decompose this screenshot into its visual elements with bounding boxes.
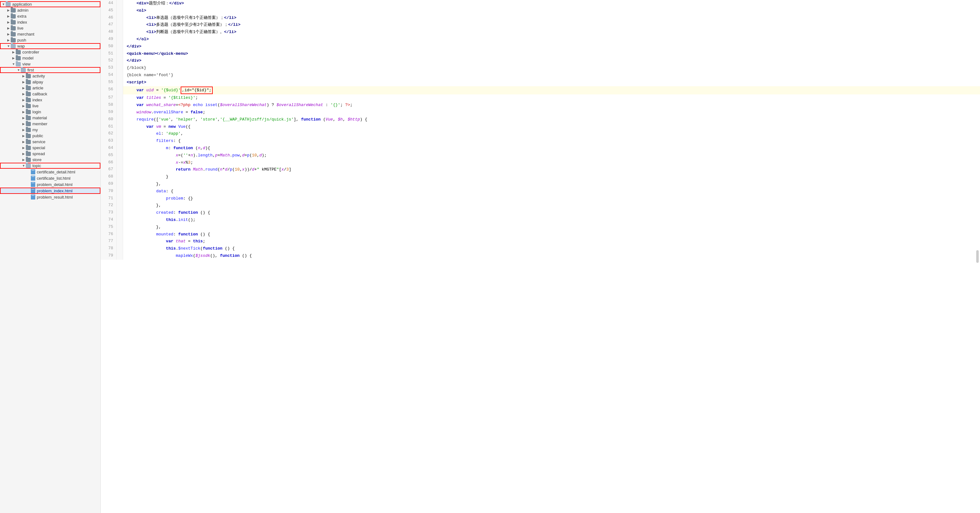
code-line-45: 45 <ol> xyxy=(101,7,980,14)
code-content-44[interactable]: <div>题型介绍：</div> xyxy=(123,0,980,7)
tree-item-view[interactable]: view xyxy=(0,61,100,67)
tree-arrow-merchant xyxy=(6,32,11,36)
tree-item-push[interactable]: push xyxy=(0,37,100,43)
code-content-48[interactable]: <li>判断题（选项中只有1个正确答案）。</li> xyxy=(123,29,980,36)
tree-item-problem_result[interactable]: problem_result.html xyxy=(0,194,100,200)
tree-arrow-topic xyxy=(21,164,26,167)
gutter-51 xyxy=(116,50,123,57)
code-content-63[interactable]: filters: { xyxy=(123,137,980,145)
tree-item-controller[interactable]: controller xyxy=(0,49,100,55)
line-number-76: 76 xyxy=(101,231,116,238)
line-number-64: 64 xyxy=(101,145,116,152)
gutter-78 xyxy=(116,245,123,252)
line-number-52: 52 xyxy=(101,57,116,65)
tree-item-model[interactable]: model xyxy=(0,55,100,61)
code-content-54[interactable]: {block name='foot'} xyxy=(123,72,980,79)
tree-arrow-model xyxy=(11,56,16,60)
code-content-53[interactable]: {/block} xyxy=(123,65,980,72)
code-content-77[interactable]: var that = this; xyxy=(123,238,980,245)
tree-item-special[interactable]: special xyxy=(0,145,100,151)
tree-arrow-live xyxy=(6,26,11,30)
tree-item-first[interactable]: first xyxy=(0,67,100,73)
folder-icon-push xyxy=(11,38,16,43)
code-content-69[interactable]: }, xyxy=(123,181,980,188)
code-content-60[interactable]: require(['vue', 'helper', 'store','{__WA… xyxy=(123,116,980,123)
tree-item-alipay[interactable]: alipay xyxy=(0,79,100,85)
folder-icon-my xyxy=(26,128,31,132)
tree-label-first: first xyxy=(27,68,34,72)
tree-item-wap[interactable]: wap xyxy=(0,43,100,49)
tree-item-activity[interactable]: activity xyxy=(0,73,100,79)
tree-item-article[interactable]: article xyxy=(0,85,100,91)
code-content-46[interactable]: <li>单选题（选项中只有1个正确答案）；</li> xyxy=(123,14,980,22)
tree-item-admin[interactable]: admin xyxy=(0,7,100,13)
gutter-73 xyxy=(116,209,123,217)
tree-item-index2[interactable]: index xyxy=(0,97,100,103)
code-content-58[interactable]: var wechat_share=<?php echo isset($overa… xyxy=(123,102,980,109)
scrollbar[interactable] xyxy=(976,250,979,263)
line-number-49: 49 xyxy=(101,36,116,43)
code-content-71[interactable]: problem: {} xyxy=(123,195,980,202)
code-line-62: 62 el: '#app', xyxy=(101,130,980,137)
tree-item-problem_detail[interactable]: problem_detail.html xyxy=(0,181,100,188)
tree-item-live2[interactable]: live xyxy=(0,103,100,109)
code-content-52[interactable]: </div> xyxy=(123,57,980,65)
code-content-65[interactable]: x=(''+n).length,p=Math.pow,d=p(10,d); xyxy=(123,152,980,159)
tree-item-certificate_list[interactable]: certificate_list.html xyxy=(0,175,100,181)
tree-item-problem_index[interactable]: problem_index.html xyxy=(0,188,100,194)
folder-icon-special xyxy=(26,146,31,150)
code-content-56[interactable]: var uid = '{$uid}',id="{$id}"; xyxy=(123,86,980,95)
tree-label-login: login xyxy=(32,110,41,114)
tree-item-extra[interactable]: extra xyxy=(0,13,100,19)
code-content-70[interactable]: data: { xyxy=(123,188,980,195)
tree-item-login[interactable]: login xyxy=(0,109,100,115)
code-content-47[interactable]: <li>多选题（选项中至少有2个正确答案）；</li> xyxy=(123,21,980,29)
code-content-59[interactable]: window.overallShare = false; xyxy=(123,109,980,116)
tree-label-spread: spread xyxy=(32,151,45,156)
code-content-73[interactable]: created: function () { xyxy=(123,209,980,217)
code-line-53: 53{/block} xyxy=(101,65,980,72)
code-line-67: 67 return Math.round(n*d/p(10,x))/d+" kM… xyxy=(101,166,980,174)
code-editor[interactable]: 44 <div>题型介绍：</div>45 <ol>46 <li>单选题（选项中… xyxy=(101,0,980,513)
folder-icon-index2 xyxy=(26,98,31,102)
code-content-67[interactable]: return Math.round(n*d/p(10,x))/d+" kMGTP… xyxy=(123,166,980,174)
tree-item-material[interactable]: material xyxy=(0,115,100,121)
tree-item-index[interactable]: index xyxy=(0,19,100,25)
code-content-76[interactable]: mounted: function () { xyxy=(123,231,980,238)
tree-item-topic[interactable]: topic xyxy=(0,163,100,169)
line-number-48: 48 xyxy=(101,29,116,36)
code-content-57[interactable]: var titles = '{$titles}'; xyxy=(123,94,980,102)
tree-item-service[interactable]: service xyxy=(0,139,100,145)
code-content-72[interactable]: }, xyxy=(123,202,980,209)
line-number-78: 78 xyxy=(101,245,116,252)
tree-item-member[interactable]: member xyxy=(0,121,100,127)
tree-item-callback[interactable]: callback xyxy=(0,91,100,97)
code-content-55[interactable]: <script> xyxy=(123,79,980,86)
code-content-62[interactable]: el: '#app', xyxy=(123,130,980,137)
tree-item-application[interactable]: application xyxy=(0,1,100,7)
tree-item-live[interactable]: live xyxy=(0,25,100,31)
code-content-51[interactable]: <quick-menu></quick-menu> xyxy=(123,50,980,57)
code-content-78[interactable]: this.$nextTick(function () { xyxy=(123,245,980,252)
tree-arrow-service xyxy=(21,140,26,143)
code-content-75[interactable]: }, xyxy=(123,224,980,231)
code-content-66[interactable]: x-=x%3; xyxy=(123,159,980,166)
tree-item-spread[interactable]: spread xyxy=(0,151,100,157)
folder-icon-activity xyxy=(26,74,31,78)
tree-item-public[interactable]: public xyxy=(0,133,100,139)
tree-arrow-store xyxy=(21,158,26,161)
code-content-64[interactable]: m: function (n,d){ xyxy=(123,145,980,152)
tree-label-material: material xyxy=(32,116,47,120)
tree-item-merchant[interactable]: merchant xyxy=(0,31,100,37)
code-content-68[interactable]: } xyxy=(123,174,980,181)
code-content-74[interactable]: this.init(); xyxy=(123,217,980,224)
code-content-61[interactable]: var vm = new Vue({ xyxy=(123,123,980,131)
code-content-49[interactable]: </ol> xyxy=(123,36,980,43)
tree-label-problem_detail: problem_detail.html xyxy=(37,182,72,187)
code-content-50[interactable]: </div> xyxy=(123,43,980,50)
tree-item-store[interactable]: store xyxy=(0,157,100,163)
tree-item-certificate_detail[interactable]: certificate_detail.html xyxy=(0,169,100,175)
code-content-45[interactable]: <ol> xyxy=(123,7,980,14)
code-content-79[interactable]: mapleWx($jssdk(), function () { xyxy=(123,252,980,260)
tree-item-my[interactable]: my xyxy=(0,127,100,133)
